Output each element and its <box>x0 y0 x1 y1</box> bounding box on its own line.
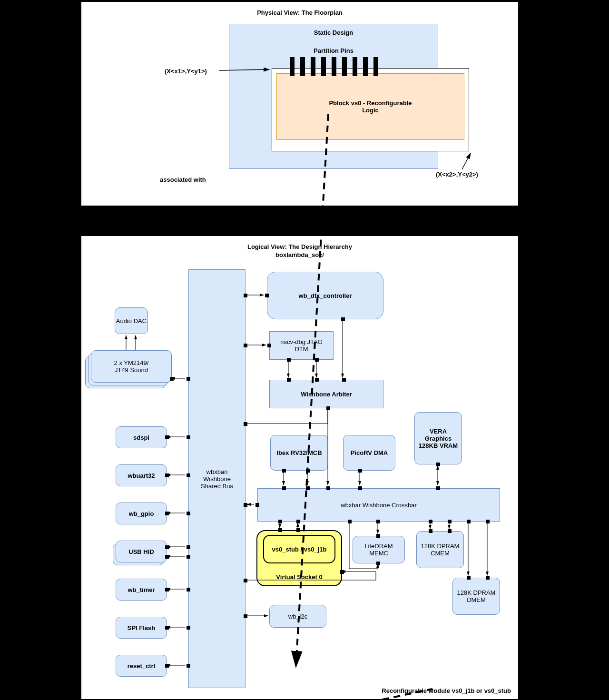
picorv-label: PicoRV DMA <box>345 449 393 456</box>
port <box>486 576 490 580</box>
ibex-box: Ibex RV32IMCB <box>270 435 328 471</box>
port <box>165 588 169 592</box>
port <box>165 435 169 439</box>
port <box>187 377 190 381</box>
port <box>187 588 190 592</box>
wb-dfx-label: wb_dfx_controller <box>299 292 352 299</box>
port <box>429 520 432 523</box>
port <box>187 512 190 515</box>
partition-pin <box>342 57 347 76</box>
riscv-dbg-box: riscv-dbg JTAG DTM <box>269 331 334 360</box>
port <box>187 545 190 549</box>
wishbone-arbiter-box: Wishbone Arbiter <box>269 380 383 408</box>
port <box>244 614 247 618</box>
port <box>278 520 282 523</box>
port <box>448 520 452 523</box>
reset-ctrl-box: reset_ctrl <box>116 655 167 677</box>
port <box>306 469 310 473</box>
partition-pin <box>373 57 378 76</box>
riscv-dbg-label: riscv-dbg JTAG DTM <box>273 338 330 353</box>
port <box>436 486 440 490</box>
port <box>244 294 247 297</box>
partition-pin <box>363 57 368 76</box>
vera-label: VERA Graphics 128KB VRAM <box>417 428 460 449</box>
port <box>340 570 344 574</box>
ibex-label: Ibex RV32IMCB <box>273 449 325 456</box>
static-design-label: Static Design <box>229 29 438 36</box>
port <box>165 512 169 515</box>
port <box>358 469 362 473</box>
reset-ctrl-label: reset_ctrl <box>128 662 156 670</box>
port <box>287 358 291 362</box>
logical-subtitle: boxlambda_soc/ <box>81 251 518 258</box>
port <box>187 555 190 559</box>
wb-timer-label: wb_timer <box>128 586 155 593</box>
partition-pin <box>353 57 357 76</box>
dmem-box: 128K DPRAM DMEM <box>452 578 500 615</box>
port <box>282 469 286 473</box>
port <box>187 473 190 477</box>
port <box>267 344 271 347</box>
port <box>170 377 174 381</box>
port <box>187 626 190 630</box>
spi-flash-box: SPI Flash <box>116 617 167 639</box>
port <box>296 520 300 523</box>
partition-pin <box>311 57 315 76</box>
port <box>429 529 432 533</box>
port <box>376 534 380 538</box>
port <box>244 344 247 347</box>
port <box>326 486 330 490</box>
port <box>486 520 490 523</box>
port <box>358 486 362 490</box>
port <box>282 486 286 490</box>
partition-pin <box>290 57 295 76</box>
litedram-box: LiteDRAM MEMC <box>353 536 405 563</box>
logical-title: Logical View: The Design Hierarchy <box>81 243 518 250</box>
wb-gpio-box: wb_gpio <box>116 503 167 524</box>
wbxban-label: wbxban Wishbone Shared Bus <box>193 468 241 490</box>
cmem-box: 128K DPRAM CMEM <box>416 531 464 568</box>
picorv-box: PicoRV DMA <box>343 435 395 471</box>
port <box>306 486 310 490</box>
port <box>342 378 346 382</box>
wb-i2c-label: wb_i2c <box>288 613 307 620</box>
ym2149-box: 2 x YM2149/ JT49 Sound <box>91 350 172 383</box>
logical-view-panel: Logical View: The Design Hierarchy boxla… <box>81 236 519 700</box>
vs0-stub-label: vs0_stub / vs0_j1b <box>266 546 333 553</box>
partition-pin <box>321 57 326 76</box>
port <box>315 358 319 362</box>
port <box>244 422 247 426</box>
port <box>326 406 330 410</box>
coord2-label: (X<x2>,Y<y2>) <box>436 171 478 178</box>
port <box>341 317 345 321</box>
sdspi-box: sdspi <box>116 426 167 448</box>
svg-line-1 <box>462 153 471 169</box>
footer-label: Reconfigurable Module vs0_j1b or vs0_stu… <box>382 687 511 694</box>
usb-hid-label: USB HID <box>128 548 154 555</box>
port <box>296 528 300 532</box>
port <box>187 664 190 668</box>
port <box>376 562 380 565</box>
partition-pin <box>300 57 305 76</box>
pblock-label: Pblock vs0 - Reconfigurable Logic <box>323 99 418 114</box>
crossbar-box: wbxbar Wishbone Crossbar <box>257 488 500 522</box>
wb-timer-box: wb_timer <box>116 579 167 601</box>
physical-view-panel: Physical View: The Floorplan Static Desi… <box>81 1 519 206</box>
port <box>244 503 247 507</box>
vera-box: VERA Graphics 128KB VRAM <box>414 412 462 464</box>
wbuart32-box: wbuart32 <box>116 464 167 486</box>
port <box>467 576 471 580</box>
port <box>348 520 352 523</box>
port <box>265 294 269 297</box>
wbuart32-label: wbuart32 <box>128 472 155 479</box>
usb-hid-box: USB HID <box>116 541 167 562</box>
port <box>467 520 471 523</box>
physical-title: Physical View: The Floorplan <box>81 9 518 16</box>
port <box>244 579 247 582</box>
pblock-box: Pblock vs0 - Reconfigurable Logic <box>276 73 464 140</box>
associated-label: associated with <box>160 176 206 183</box>
audio-dac-label: Audio DAC <box>116 317 147 325</box>
spi-flash-label: SPI Flash <box>128 624 156 631</box>
litedram-label: LiteDRAM MEMC <box>355 542 403 557</box>
port <box>315 378 319 382</box>
